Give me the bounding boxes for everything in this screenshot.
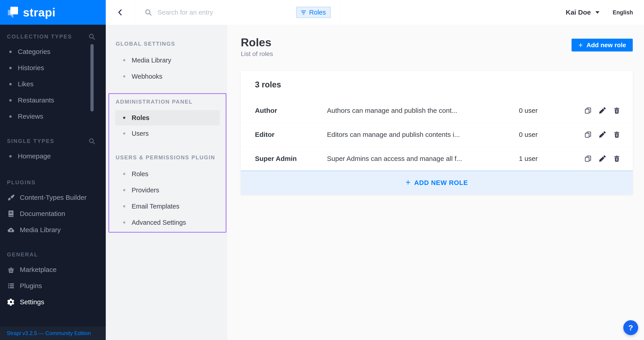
search-icon bbox=[144, 8, 152, 16]
row-actions bbox=[584, 130, 621, 139]
bullet-icon bbox=[123, 132, 125, 135]
sidebar-item-restaurants[interactable]: Restaurants bbox=[0, 92, 106, 108]
sidebar-item-categories[interactable]: Categories bbox=[0, 44, 106, 60]
page-header: Roles List of roles + Add new role bbox=[241, 36, 633, 57]
bullet-icon bbox=[9, 83, 12, 85]
single-types-title: SINGLE TYPES bbox=[7, 138, 54, 144]
language-selector[interactable]: English bbox=[613, 9, 633, 16]
sidebar-item-label: Settings bbox=[20, 298, 44, 306]
bullet-icon bbox=[123, 117, 125, 119]
settings-item-providers[interactable]: Providers bbox=[109, 182, 226, 198]
settings-item-media-library[interactable]: Media Library bbox=[106, 52, 227, 68]
section-general: GENERAL Marketplace Plugins Settings bbox=[0, 251, 106, 310]
permissions-highlight-box: ADMINISTRATION PANEL Roles Users USERS &… bbox=[108, 93, 226, 233]
table-row[interactable]: Super Admin Super Admins can access and … bbox=[241, 147, 633, 170]
users-permissions-plugin-header: USERS & PERMISSIONS PLUGIN bbox=[109, 154, 226, 161]
role-users-count: 1 user bbox=[519, 155, 584, 163]
bullet-icon bbox=[9, 67, 12, 69]
roles-card: 3 roles Author Authors can manage and pu… bbox=[241, 71, 633, 194]
settings-item-email-templates[interactable]: Email Templates bbox=[109, 198, 226, 214]
delete-icon[interactable] bbox=[612, 154, 621, 163]
delete-icon[interactable] bbox=[612, 106, 621, 115]
bullet-icon bbox=[123, 189, 125, 191]
delete-icon[interactable] bbox=[612, 130, 621, 139]
sidebar-item-label: Plugins bbox=[20, 282, 42, 290]
search-icon[interactable] bbox=[88, 33, 96, 40]
add-new-role-label: Add new role bbox=[586, 42, 626, 49]
paintbrush-icon bbox=[7, 193, 15, 202]
role-description: Editors can manage and publish contents … bbox=[327, 131, 519, 139]
duplicate-icon[interactable] bbox=[584, 154, 592, 163]
sidebar-item-content-types-builder[interactable]: Content-Types Builder bbox=[0, 189, 106, 206]
settings-item-admin-roles[interactable]: Roles bbox=[115, 110, 220, 125]
settings-subnav: GLOBAL SETTINGS Media Library Webhooks A… bbox=[106, 25, 227, 340]
bullet-icon bbox=[9, 115, 12, 118]
roles-count: 3 roles bbox=[241, 71, 633, 98]
add-new-role-footer-button[interactable]: + ADD NEW ROLE bbox=[241, 170, 633, 194]
sidebar-item-plugins[interactable]: Plugins bbox=[0, 278, 106, 294]
sidebar-item-label: Restaurants bbox=[18, 96, 54, 104]
sidebar-item-marketplace[interactable]: Marketplace bbox=[0, 262, 106, 278]
settings-item-label: Webhooks bbox=[132, 73, 162, 80]
strapi-logo-icon bbox=[7, 6, 18, 18]
edit-icon[interactable] bbox=[598, 154, 607, 163]
sidebar-item-documentation[interactable]: Documentation bbox=[0, 206, 106, 222]
sidebar-item-media-library[interactable]: Media Library bbox=[0, 222, 106, 238]
bullet-icon bbox=[9, 51, 12, 53]
settings-item-label: Email Templates bbox=[132, 203, 179, 210]
role-users-count: 0 user bbox=[519, 107, 584, 114]
sidebar-item-label: Marketplace bbox=[20, 266, 56, 274]
search-input[interactable] bbox=[158, 9, 296, 16]
add-new-role-footer-label: ADD NEW ROLE bbox=[414, 179, 468, 186]
basket-icon bbox=[7, 265, 15, 274]
add-new-role-button[interactable]: + Add new role bbox=[572, 39, 633, 51]
plugins-title: PLUGINS bbox=[7, 179, 36, 186]
sidebar-item-label: Categories bbox=[18, 48, 50, 55]
filter-icon bbox=[301, 10, 306, 14]
sidebar-item-label: Reviews bbox=[18, 113, 43, 120]
settings-item-up-roles[interactable]: Roles bbox=[109, 166, 226, 182]
settings-item-label: Roles bbox=[132, 170, 148, 178]
strapi-version-link[interactable]: Strapi v3.2.5 — Community Edition bbox=[7, 330, 91, 337]
back-button[interactable] bbox=[106, 0, 135, 25]
page-title: Roles bbox=[241, 36, 273, 48]
settings-item-advanced-settings[interactable]: Advanced Settings bbox=[109, 214, 226, 231]
general-title: GENERAL bbox=[7, 251, 38, 258]
row-actions bbox=[584, 154, 621, 163]
administration-panel-header: ADMINISTRATION PANEL bbox=[109, 98, 226, 105]
table-row[interactable]: Author Authors can manage and publish th… bbox=[241, 98, 633, 123]
role-name: Editor bbox=[255, 131, 327, 139]
collection-types-title: COLLECTION TYPES bbox=[7, 33, 72, 40]
strapi-logo[interactable]: strapi bbox=[0, 0, 106, 25]
sidebar-item-histories[interactable]: Histories bbox=[0, 60, 106, 76]
duplicate-icon[interactable] bbox=[584, 106, 592, 115]
search-icon[interactable] bbox=[88, 138, 96, 145]
settings-item-label: Roles bbox=[132, 114, 150, 122]
duplicate-icon[interactable] bbox=[584, 130, 592, 139]
bullet-icon bbox=[123, 173, 125, 175]
role-users-count: 0 user bbox=[519, 131, 584, 139]
bullet-icon bbox=[123, 205, 125, 207]
caret-down-icon bbox=[596, 11, 600, 14]
settings-item-admin-users[interactable]: Users bbox=[109, 125, 226, 142]
table-row[interactable]: Editor Editors can manage and publish co… bbox=[241, 123, 633, 147]
user-menu[interactable]: Kai Doe bbox=[566, 8, 600, 16]
divider bbox=[608, 7, 609, 17]
section-single-types: SINGLE TYPES Homepage bbox=[0, 138, 106, 164]
global-settings-header: GLOBAL SETTINGS bbox=[106, 40, 227, 47]
search-filter-tag[interactable]: Roles bbox=[296, 7, 331, 18]
bullet-icon bbox=[9, 99, 12, 102]
sidebar-item-label: Content-Types Builder bbox=[20, 194, 87, 201]
settings-item-webhooks[interactable]: Webhooks bbox=[106, 68, 227, 84]
sidebar-item-homepage[interactable]: Homepage bbox=[0, 148, 106, 164]
content-row: GLOBAL SETTINGS Media Library Webhooks A… bbox=[106, 25, 644, 340]
sidebar-scrollbar[interactable] bbox=[90, 44, 94, 111]
sidebar-item-label: Media Library bbox=[20, 226, 61, 234]
edit-icon[interactable] bbox=[598, 130, 607, 139]
sidebar-item-likes[interactable]: Likes bbox=[0, 76, 106, 92]
sidebar-item-settings[interactable]: Settings bbox=[0, 294, 106, 310]
help-button[interactable]: ? bbox=[623, 320, 638, 335]
edit-icon[interactable] bbox=[598, 106, 607, 115]
row-actions bbox=[584, 106, 621, 115]
sidebar-item-reviews[interactable]: Reviews bbox=[0, 108, 106, 125]
